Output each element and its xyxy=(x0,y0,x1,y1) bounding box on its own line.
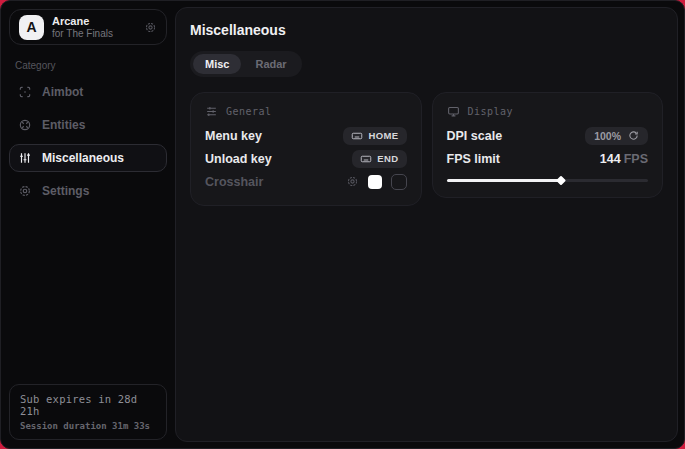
aimbot-scan-icon xyxy=(18,85,32,99)
dpi-scale-row: DPI scale 100% xyxy=(447,124,649,147)
app-window: A Arcane for The Finals Category xyxy=(0,0,685,449)
dpi-scale-value: 100% xyxy=(594,130,621,142)
subscription-info-card: Sub expires in 28d 21h Session duration … xyxy=(9,384,167,440)
slider-fill xyxy=(447,179,562,182)
fps-limit-value: 144 xyxy=(600,152,621,166)
keyboard-icon xyxy=(360,153,372,165)
fps-limit-row: FPS limit 144FPS xyxy=(447,147,649,170)
sidebar: A Arcane for The Finals Category xyxy=(1,1,175,448)
fps-limit-label: FPS limit xyxy=(447,152,500,166)
brand-title: Arcane xyxy=(52,15,113,28)
gear-icon[interactable] xyxy=(144,21,157,34)
session-duration-text: Session duration 31m 33s xyxy=(20,421,156,431)
sidebar-item-settings[interactable]: Settings xyxy=(9,177,167,205)
category-label: Category xyxy=(15,60,161,71)
brand-logo: A xyxy=(19,15,44,40)
monitor-icon xyxy=(447,105,460,118)
sliders-icon xyxy=(18,151,32,165)
keyboard-icon xyxy=(351,130,363,142)
brand-subtitle: for The Finals xyxy=(52,28,113,40)
unload-key-value: END xyxy=(377,153,398,164)
unload-key-button[interactable]: END xyxy=(352,150,406,168)
sidebar-item-aimbot[interactable]: Aimbot xyxy=(9,78,167,106)
panels-row: General Menu key HOME xyxy=(190,92,663,206)
dpi-scale-select[interactable]: 100% xyxy=(585,127,648,145)
gear-icon xyxy=(18,184,32,198)
entities-icon xyxy=(18,118,32,132)
display-panel: Display DPI scale 100% xyxy=(432,92,664,198)
tab-radar[interactable]: Radar xyxy=(243,54,298,74)
general-panel-title: General xyxy=(226,106,272,117)
menu-key-label: Menu key xyxy=(205,129,262,143)
menu-key-row: Menu key HOME xyxy=(205,124,407,147)
cycle-icon xyxy=(628,130,639,141)
sidebar-nav: Aimbot Entities Miscella xyxy=(9,78,167,205)
crosshair-settings-gear-icon[interactable] xyxy=(346,175,359,188)
sidebar-item-entities[interactable]: Entities xyxy=(9,111,167,139)
general-panel-header: General xyxy=(205,105,407,118)
fps-limit-slider[interactable] xyxy=(447,176,649,185)
menu-key-value: HOME xyxy=(368,130,398,141)
sidebar-item-label: Settings xyxy=(42,184,89,198)
page-title: Miscellaneous xyxy=(190,22,663,38)
sliders-horizontal-icon xyxy=(205,105,218,118)
display-panel-title: Display xyxy=(468,106,514,117)
fps-limit-readout: 144FPS xyxy=(600,152,648,166)
sidebar-item-label: Aimbot xyxy=(42,85,83,99)
crosshair-label: Crosshair xyxy=(205,175,263,189)
brand-card: A Arcane for The Finals xyxy=(9,9,167,45)
fps-limit-unit: FPS xyxy=(624,152,648,166)
tab-misc[interactable]: Misc xyxy=(193,54,241,74)
main-content: Miscellaneous Misc Radar General xyxy=(175,7,678,442)
sidebar-item-label: Entities xyxy=(42,118,85,132)
crosshair-color-swatch[interactable] xyxy=(368,175,382,189)
brand-text: Arcane for The Finals xyxy=(52,15,113,39)
general-panel: General Menu key HOME xyxy=(190,92,422,206)
sub-expires-text: Sub expires in 28d 21h xyxy=(20,393,156,417)
crosshair-row: Crosshair xyxy=(205,170,407,193)
sidebar-item-label: Miscellaneous xyxy=(42,151,124,165)
crosshair-controls xyxy=(346,174,407,190)
menu-key-button[interactable]: HOME xyxy=(343,127,406,145)
display-panel-header: Display xyxy=(447,105,649,118)
sidebar-item-miscellaneous[interactable]: Miscellaneous xyxy=(9,144,167,172)
slider-thumb[interactable] xyxy=(556,176,566,186)
unload-key-label: Unload key xyxy=(205,152,272,166)
crosshair-enabled-checkbox[interactable] xyxy=(391,174,407,190)
dpi-scale-label: DPI scale xyxy=(447,129,503,143)
unload-key-row: Unload key END xyxy=(205,147,407,170)
tab-bar: Misc Radar xyxy=(190,51,302,77)
